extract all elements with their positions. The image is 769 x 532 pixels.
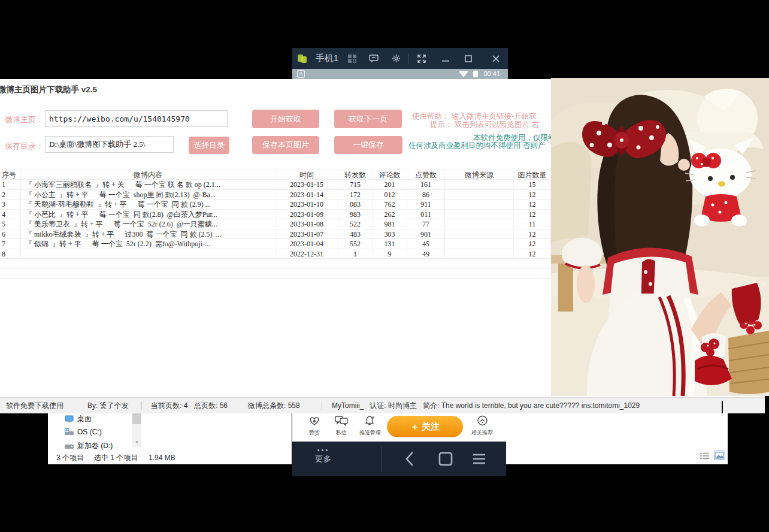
chevron-down-icon[interactable]: ⌄ <box>133 437 141 444</box>
close-icon[interactable] <box>489 48 503 69</box>
table-header: 序号 微博内容 时间 转发数 评论数 点赞数 微博来源 图片数量 <box>0 170 551 180</box>
ime-badge: A <box>297 70 305 78</box>
list-view-icon[interactable] <box>700 452 710 460</box>
fullscreen-icon[interactable] <box>416 48 428 69</box>
header-no: 序号 <box>0 170 21 179</box>
bell-icon <box>364 415 376 426</box>
table-row[interactable]: 7『 似锦 』转 + 平 莓 一个宝 52r (2.2) 需fo@-Withpu… <box>0 239 551 249</box>
status-free: 软件免费下载使用 <box>6 398 63 413</box>
battery-icon <box>473 71 478 77</box>
tree-item-new-volume-d[interactable]: 新加卷 (D:) <box>65 440 113 452</box>
message-action[interactable]: 私信 <box>332 415 350 437</box>
header-repost: 转发数 <box>338 170 373 179</box>
status-total-pages: 总页数: 56 <box>194 398 228 413</box>
android-clock: 00:41 <box>483 70 500 77</box>
header-time: 时间 <box>275 170 338 179</box>
emulator-app-icon <box>296 48 309 69</box>
license-line-2: 任何涉及商业盈利目的均不得使用 否则产 <box>408 141 545 151</box>
message-icon[interactable] <box>368 48 380 69</box>
recommend-action[interactable]: 相关推荐 <box>466 415 498 437</box>
chat-bubbles-icon <box>335 415 348 426</box>
reward-action[interactable]: 赞赏 <box>305 415 323 437</box>
thumbnail-view-icon[interactable] <box>714 451 725 460</box>
table-row[interactable]: 82022-12-31194912 <box>0 249 551 259</box>
header-comment: 评论数 <box>373 170 407 179</box>
status-by: By: 烫了个发 <box>87 398 129 413</box>
save-dir-label: 保存目录： <box>5 141 44 152</box>
recents-icon[interactable] <box>471 450 488 468</box>
save-dir-input[interactable] <box>45 136 174 153</box>
heart-icon <box>308 415 320 426</box>
drive-icon <box>65 442 74 449</box>
file-explorer-fragment-right <box>506 413 728 464</box>
start-fetch-button[interactable]: 开始获取 <box>252 110 319 128</box>
android-nav-bar: ••• 更多 <box>292 442 506 476</box>
table-row[interactable]: 5『 美乐蒂卫衣 』转 + 平 莓 一个宝 52r (2.6) @一只蜜糖...… <box>0 219 551 229</box>
titlebar-divider <box>408 48 409 69</box>
scrollbar-thumb[interactable] <box>132 413 141 424</box>
save-all-button[interactable]: 一键保存 <box>334 136 402 154</box>
header-source: 微博来源 <box>445 170 514 179</box>
table-row[interactable]: 3『 天鹅湖·羽毛穆勒鞋 』转 + 平 莓 一个宝 同 款 (2.9) ...2… <box>0 200 551 210</box>
qr-code-icon[interactable] <box>346 48 358 69</box>
table-row[interactable]: 2『 小公主 』转 + 平 莓 一个宝 shop里 同 款(2.13) @-Ba… <box>0 190 551 200</box>
header-img-count: 图片数量 <box>514 170 551 179</box>
emulator-title: 手机1 <box>310 48 344 69</box>
nav-divider <box>381 446 382 472</box>
home-url-label: 微博主页： <box>5 114 44 125</box>
weibo-action-bar: 赞赏 私信 推送管理 ＋ 关注 相关推荐 <box>292 413 506 442</box>
app-statusbar: 软件免费下载使用 By: 烫了个发 当前页数: 4 总页数: 56 微博总条数:… <box>0 397 765 413</box>
table-row[interactable]: 1『 小海军三丽鸥联名 』转 + 关 莓 一个宝 联 名 款 op (2.1..… <box>0 180 551 190</box>
back-icon[interactable] <box>404 450 416 468</box>
tree-item-os-c[interactable]: OS (C:) <box>65 426 102 438</box>
wifi-icon <box>459 71 468 77</box>
table-row[interactable]: 6『 mikko毛绒套装 』转 + 平 过300 莓 一个宝 同 款 (2.5)… <box>0 229 551 240</box>
window-edge-artifact <box>722 401 723 413</box>
explorer-selected-size: 1.94 MB <box>149 452 175 464</box>
chevron-up-circle-icon <box>477 415 488 426</box>
app-title: 微博主页图片下载助手 v2.5 <box>0 84 97 95</box>
home-url-input[interactable] <box>45 110 228 127</box>
save-page-button[interactable]: 保存本页图片 <box>252 136 319 154</box>
profile-photo <box>551 78 769 396</box>
table-row[interactable]: 4『 小芭比 』转 + 平 莓 一个宝 同 款(2.8) @白茶入梦Pur...… <box>0 210 551 220</box>
table-empty-row <box>0 259 551 269</box>
next-page-button[interactable]: 获取下一页 <box>334 110 402 128</box>
photo-illustration <box>551 78 769 396</box>
header-content: 微博内容 <box>21 170 275 179</box>
weibo-table: 序号 微博内容 时间 转发数 评论数 点赞数 微博来源 图片数量 1『 小海军三… <box>0 170 551 279</box>
tree-item-desktop[interactable]: 桌面 <box>65 413 92 425</box>
follow-button[interactable]: ＋ 关注 <box>387 416 463 437</box>
status-divider <box>322 401 322 410</box>
table-empty-row <box>0 269 551 279</box>
emulator-titlebar: 手机1 <box>292 48 508 69</box>
more-button[interactable]: ••• 更多 <box>315 446 332 464</box>
status-profile: MyTomiii_ 认证: 时尚博主 简介: The world is terr… <box>332 398 640 413</box>
header-like: 点赞数 <box>407 170 445 179</box>
scrollbar[interactable]: ⌄ <box>132 413 141 448</box>
desktop-icon <box>65 415 74 423</box>
android-statusbar: A 00:41 <box>292 69 508 79</box>
status-total-count: 微博总条数: 558 <box>248 398 300 413</box>
explorer-item-count: 3 个项目 <box>56 452 84 464</box>
minimize-icon[interactable] <box>439 48 452 69</box>
maximize-icon[interactable] <box>462 48 475 69</box>
home-icon[interactable] <box>437 450 454 468</box>
status-page: 当前页数: 4 <box>151 398 187 413</box>
drive-icon <box>65 428 74 436</box>
explorer-selected-count: 选中 1 个项目 <box>94 452 138 464</box>
status-divider <box>141 401 142 410</box>
settings-gear-icon[interactable] <box>390 48 402 69</box>
help-line-2: 提示： 双击列表可以预览图片 右 <box>430 120 539 130</box>
push-manage-action[interactable]: 推送管理 <box>354 415 386 437</box>
choose-dir-button[interactable]: 选择目录 <box>189 137 229 154</box>
file-explorer-fragment: 桌面 OS (C:) 新加卷 (D:) ⌄ 3 个项目 选中 1 个项目 1.9… <box>48 413 292 464</box>
